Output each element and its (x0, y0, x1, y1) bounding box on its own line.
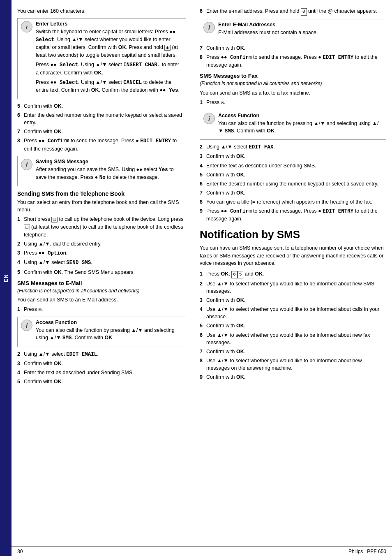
steps-list-1: 5Confirm with OK. 6Enter the desired num… (17, 102, 186, 153)
section-sms-fax-intro: You can send an SMS as a fax to a fax ma… (200, 89, 386, 97)
s1-step-2: 2Using ▲/▼, dial the desired entry. (17, 240, 186, 248)
notice-icon-4: i (203, 22, 215, 33)
steps-list-3: 1Press ✉. (17, 306, 186, 313)
intro-text: You can enter 160 characters. (17, 7, 186, 15)
notice-access-function-fax-content: Access Function You can also call the fu… (218, 113, 383, 137)
s3-step-4: 4Enter the text as described under Sendi… (200, 162, 386, 169)
steps-list-right-1: 6Enter the e-mail address. Press and hol… (200, 7, 386, 16)
step-6: 6Enter the desired number using the nume… (17, 111, 186, 126)
s2-step-3: 3Confirm with OK. (17, 360, 186, 367)
left-column: You can enter 160 characters. i Enter Le… (12, 0, 192, 556)
section-sms-email-title: SMS Messages to E-Mail (17, 280, 186, 286)
n-step-8: 8Use ▲/▼ to select whether you would lik… (200, 357, 386, 372)
section-telephone-book-intro: You can select an entry from the telepho… (17, 199, 186, 213)
notice-saving-sms-text: After sending you can save the SMS. Usin… (36, 166, 182, 181)
language-label: EN (3, 274, 9, 282)
n-step-2: 2Use ▲/▼ to select whether you would lik… (200, 280, 386, 295)
section-sms-email-intro: You can send an SMS to an E-Mail address… (17, 296, 186, 303)
n-step-1: 1Press OK, 65 and OK. (200, 270, 386, 278)
n-step-7: 7Confirm with OK. (200, 348, 386, 355)
n-step-6: 6Use ▲/▼ to select whether you would lik… (200, 331, 386, 346)
notice-access-function-email-content: Access Function You can also call the fu… (36, 320, 182, 344)
section-telephone-book-title: Sending SMS from the Telephone Book (17, 190, 186, 197)
section-sms-email-subtitle: (Function is not supported in all countr… (17, 287, 186, 294)
s2-step-1: 1Press ✉. (17, 306, 186, 313)
s3-step-6: 6Enter the desired number using the nume… (200, 180, 386, 188)
s2-step-5: 5Confirm with OK. (17, 378, 186, 385)
notice-email-addresses-content: Enter E-Mail Addresses E-Mail addresses … (218, 22, 383, 38)
s3-step-5: 5Confirm with OK. (200, 171, 386, 178)
notice-enter-letters-text1: Switch the keyboard to enter capital or … (36, 28, 182, 59)
notice-email-addresses-title: Enter E-Mail Addresses (218, 22, 383, 28)
s3-step-3: 3Confirm with OK. (200, 153, 386, 160)
notice-icon-3: i (21, 320, 32, 331)
right-column: 6Enter the e-mail address. Press and hol… (192, 0, 392, 556)
s2-step-4: 4Enter the text as described under Sendi… (17, 369, 186, 376)
n-step-9: 9Confirm with OK. (200, 373, 386, 381)
notice-saving-sms-content: Saving SMS Message After sending you can… (36, 159, 182, 183)
notice-icon-5: i (203, 113, 215, 124)
steps-list-right-3: 1Press ✉. (200, 99, 386, 107)
left-bar: EN (0, 0, 12, 556)
footer-product-name: Philips · PPF 650 (348, 549, 386, 554)
steps-list-right-2: 7Confirm with OK. 8Press ●● Confirm to s… (200, 44, 386, 69)
notice-email-addresses: i Enter E-Mail Addresses E-Mail addresse… (200, 19, 386, 41)
content-area: You can enter 160 characters. i Enter Le… (12, 0, 392, 556)
steps-list-right-3b: 2Using ▲/▼ select EDIT FAX. 3Confirm wit… (200, 143, 386, 222)
section-sms-fax-subtitle: (Function is not supported in all countr… (200, 80, 386, 87)
step-7: 7Confirm with OK. (17, 128, 186, 135)
notice-access-function-fax: i Access Function You can also call the … (200, 110, 386, 140)
s1-step-5: 5Confirm with OK. The Send SMS Menu appe… (17, 269, 186, 276)
s3-step-2: 2Using ▲/▼ select EDIT FAX. (200, 143, 386, 151)
notice-enter-letters-text2: Press ●● Select. Using ▲/▼ select INSERT… (36, 61, 182, 76)
s1-step-4: 4Using ▲/▼ select SEND SMS. (17, 259, 186, 266)
notice-saving-sms: i Saving SMS Message After sending you c… (17, 156, 186, 186)
steps-list-3b: 2Using ▲/▼ select EDIT EMAIL. 3Confirm w… (17, 350, 186, 386)
s2-step-2: 2Using ▲/▼ select EDIT EMAIL. (17, 350, 186, 358)
notice-access-function-fax-title: Access Function (218, 113, 383, 118)
n-step-5: 5Confirm with OK. (200, 322, 386, 329)
step-8: 8Press ●● Confirm to send the message. P… (17, 137, 186, 152)
s1-step-1: 1Short press □ to call up the telephone … (17, 215, 186, 239)
r-step-7: 7Confirm with OK. (200, 44, 386, 52)
s1-step-3: 3Press ●● Option. (17, 249, 186, 257)
notice-access-function-fax-text: You can also call the function by pressi… (218, 120, 383, 135)
big-section-title: Notification by SMS (200, 228, 386, 241)
notice-enter-letters-content: Enter Letters Switch the keyboard to ent… (36, 21, 182, 96)
steps-list-2: 1Short press □ to call up the telephone … (17, 215, 186, 276)
s3-step-7: 7Confirm with OK. (200, 189, 386, 197)
section-sms-fax-title: SMS Messages to Fax (200, 73, 386, 79)
notice-enter-letters-title: Enter Letters (36, 21, 182, 27)
notice-icon-1: i (21, 21, 32, 32)
footer: 30 Philips · PPF 650 (12, 547, 392, 556)
notice-saving-sms-title: Saving SMS Message (36, 159, 182, 164)
notice-access-function-email-title: Access Function (36, 320, 182, 325)
steps-list-notification: 1Press OK, 65 and OK. 2Use ▲/▼ to select… (200, 270, 386, 381)
notice-enter-letters: i Enter Letters Switch the keyboard to e… (17, 18, 186, 99)
footer-page-number: 30 (17, 549, 23, 554)
n-step-4: 4Use ▲/▼ to select whether you would lik… (200, 306, 386, 320)
notice-access-function-email-text: You can also call the function by pressi… (36, 327, 182, 342)
s3-step-8: 8You can give a title (= reference) whic… (200, 198, 386, 206)
n-step-3: 3Confirm with OK. (200, 297, 386, 304)
big-section-intro: You can have an SMS message sent to a te… (200, 244, 386, 266)
r-step-8: 8Press ●● Confirm to send the message. P… (200, 53, 386, 69)
notice-email-addresses-text: E-Mail addresses must not contain a spac… (218, 29, 383, 36)
notice-icon-2: i (21, 159, 32, 170)
s3-step-9: 9Press ●● Confirm to send the message. P… (200, 207, 386, 222)
notice-enter-letters-text3: Press ●● Select. Using ▲/▼ select CANCEL… (36, 79, 182, 94)
s3-step-1: 1Press ✉. (200, 99, 386, 107)
page: EN You can enter 160 characters. i Enter… (0, 0, 392, 556)
step-5: 5Confirm with OK. (17, 102, 186, 110)
r-step-6: 6Enter the e-mail address. Press and hol… (200, 7, 386, 16)
notice-access-function-email: i Access Function You can also call the … (17, 317, 186, 347)
